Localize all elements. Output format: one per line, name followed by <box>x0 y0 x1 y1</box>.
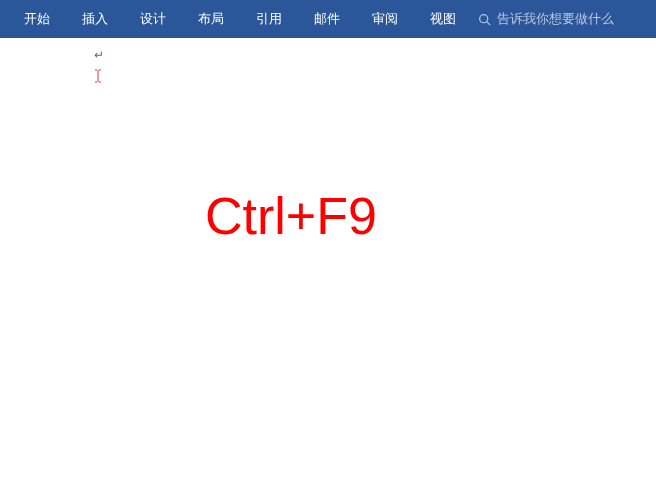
tab-layout[interactable]: 布局 <box>182 0 240 38</box>
tab-view[interactable]: 视图 <box>414 0 472 38</box>
tell-me-placeholder: 告诉我你想要做什么 <box>497 10 614 28</box>
tab-design[interactable]: 设计 <box>124 0 182 38</box>
search-icon <box>478 13 491 26</box>
keyboard-shortcut-annotation: Ctrl+F9 <box>205 186 377 246</box>
text-cursor-icon <box>94 69 102 83</box>
tell-me-search[interactable]: 告诉我你想要做什么 <box>478 10 614 28</box>
tab-insert[interactable]: 插入 <box>66 0 124 38</box>
document-area[interactable]: ↵ Ctrl+F9 <box>0 38 656 501</box>
tab-review[interactable]: 审阅 <box>356 0 414 38</box>
tab-home[interactable]: 开始 <box>8 0 66 38</box>
tab-references[interactable]: 引用 <box>240 0 298 38</box>
svg-point-0 <box>480 14 488 22</box>
svg-line-1 <box>487 21 490 24</box>
ribbon-tabs: 开始 插入 设计 布局 引用 邮件 审阅 视图 告诉我你想要做什么 <box>0 0 656 38</box>
paragraph-mark-icon: ↵ <box>94 48 104 62</box>
tab-mailings[interactable]: 邮件 <box>298 0 356 38</box>
